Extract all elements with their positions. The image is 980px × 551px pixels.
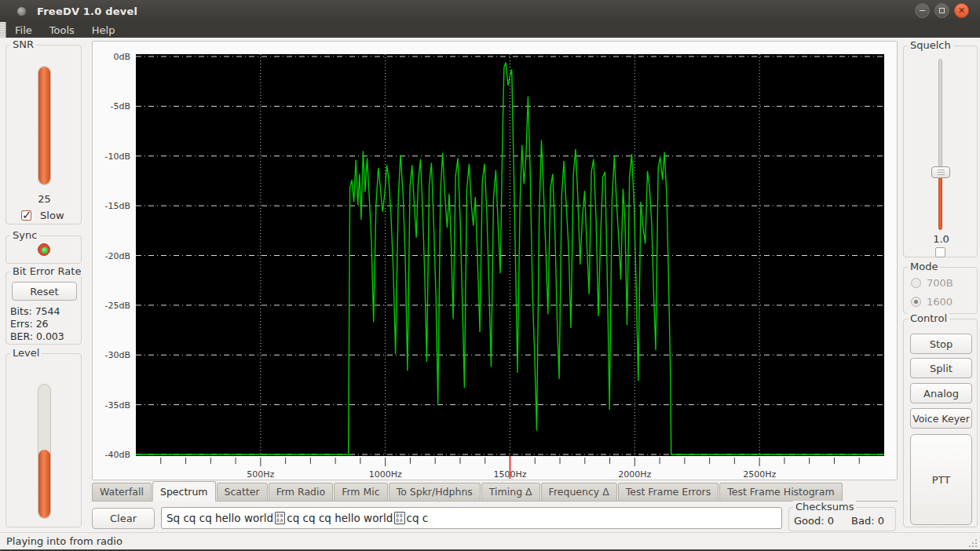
snr-gauge: [38, 66, 51, 185]
checksums-label: Checksums: [793, 501, 856, 513]
tab-test-frame-histogram[interactable]: Test Frame Histogram: [719, 483, 842, 501]
window-title: FreeDV 1.0 devel: [37, 5, 137, 17]
tab-frm-radio[interactable]: Frm Radio: [269, 483, 333, 501]
status-bar: Playing into from radio: [0, 532, 980, 549]
rx-text-field[interactable]: Sq cq cq hello world000Acq cq cq hello w…: [161, 507, 782, 529]
squelch-track-lower: [938, 177, 942, 230]
svg-text:-20dB: -20dB: [105, 251, 131, 261]
squelch-track-upper: [938, 59, 942, 172]
spectrum-plot[interactable]: 0dB-5dB-10dB-15dB-20dB-25dB-30dB-35dB-40…: [93, 42, 897, 480]
checksums-group: Checksums Good: 0 Bad: 0: [788, 507, 896, 531]
app-icon: [17, 7, 26, 16]
reset-button[interactable]: Reset: [12, 282, 77, 301]
tab-spectrum[interactable]: Spectrum: [152, 481, 216, 502]
radio-1600-icon: [911, 297, 921, 307]
rx-text-part-2: cq cq cq hello world: [287, 512, 393, 524]
svg-text:-30dB: -30dB: [105, 350, 131, 360]
spectrum-plot-panel: 0dB-5dB-10dB-15dB-20dB-25dB-30dB-35dB-40…: [92, 41, 898, 480]
bit-error-rate-group: Bit Error Rate Reset Bits: 7544 Errs: 26…: [5, 272, 82, 345]
control-label: Control: [908, 312, 949, 324]
sync-led-indicator: [38, 243, 50, 256]
radio-1600[interactable]: 1600: [911, 294, 953, 308]
tab-scatter[interactable]: Scatter: [217, 483, 268, 501]
menu-help[interactable]: Help: [83, 23, 124, 38]
level-group: Level: [5, 353, 82, 527]
split-button[interactable]: Split: [910, 358, 972, 378]
sync-label: Sync: [10, 229, 39, 241]
svg-text:-40dB: -40dB: [105, 450, 131, 460]
tab-waterfall[interactable]: Waterfall: [92, 483, 152, 501]
analog-button[interactable]: Analog: [910, 383, 972, 403]
svg-text:-35dB: -35dB: [105, 400, 131, 411]
squelch-value: 1.0: [904, 233, 978, 245]
rx-text-part-3: cq c: [407, 512, 429, 524]
ber-stats: Bits: 7544 Errs: 26 BER: 0.003: [10, 305, 64, 343]
mode-label: Mode: [908, 261, 940, 272]
ber-bits: Bits: 7544: [10, 305, 64, 318]
control-char-linefeed-icon: 000A: [275, 512, 285, 524]
level-label: Level: [10, 347, 42, 359]
svg-text:-25dB: -25dB: [105, 301, 131, 311]
svg-text:2500Hz: 2500Hz: [743, 469, 776, 480]
level-gauge-fill: [38, 450, 50, 518]
plot-tab-bar: Waterfall Spectrum Scatter Frm Radio Frm…: [92, 482, 898, 502]
snr-label: SNR: [10, 38, 36, 50]
minimize-button[interactable]: −: [915, 3, 930, 18]
snr-slow-row: Slow: [21, 207, 64, 222]
clear-button[interactable]: Clear: [92, 508, 155, 529]
ptt-button[interactable]: PTT: [910, 434, 972, 525]
snr-group: SNR 25 Slow: [5, 45, 82, 224]
tab-timing-delta[interactable]: Timing Δ: [481, 483, 540, 501]
resize-grip[interactable]: [966, 536, 977, 547]
bit-error-rate-label: Bit Error Rate: [10, 265, 83, 277]
svg-text:500Hz: 500Hz: [247, 469, 274, 480]
checksums-bad: Bad: 0: [851, 515, 884, 527]
ber-value: BER: 0.003: [10, 330, 64, 343]
control-group: Control Stop Split Analog Voice Keyer PT…: [903, 319, 978, 527]
rx-text-part-1: Sq cq cq hello world: [166, 512, 273, 524]
level-gauge: [38, 384, 51, 519]
close-button[interactable]: ✕: [954, 3, 969, 18]
sync-group: Sync: [5, 235, 82, 264]
slow-checkbox[interactable]: [21, 210, 31, 221]
title-bar: FreeDV 1.0 devel − ✕: [0, 0, 980, 22]
svg-text:-15dB: -15dB: [105, 201, 131, 211]
menu-file[interactable]: File: [6, 23, 41, 38]
voice-keyer-button[interactable]: Voice Keyer: [910, 408, 972, 429]
svg-text:2000Hz: 2000Hz: [618, 469, 651, 480]
snr-value: 25: [6, 193, 82, 205]
tab-test-frame-errors[interactable]: Test Frame Errors: [618, 483, 719, 501]
radio-700B[interactable]: 700B: [911, 275, 953, 290]
svg-text:-10dB: -10dB: [105, 151, 131, 162]
tab-frequency-delta[interactable]: Frequency Δ: [541, 483, 617, 501]
mode-group: Mode 700B 1600: [903, 267, 978, 314]
squelch-slider-handle[interactable]: [931, 166, 950, 178]
slow-checkbox-label: Slow: [40, 210, 64, 221]
squelch-checkbox[interactable]: [935, 247, 945, 257]
menu-tools[interactable]: Tools: [41, 23, 83, 38]
squelch-label: Squelch: [908, 39, 953, 51]
svg-text:1000Hz: 1000Hz: [369, 469, 402, 480]
tab-frm-mic[interactable]: Frm Mic: [334, 483, 387, 501]
radio-700B-icon: [911, 278, 921, 288]
control-char-linefeed-icon: 000A: [394, 512, 404, 524]
snr-gauge-fill: [38, 67, 50, 184]
menu-grip[interactable]: [0, 22, 6, 38]
maximize-button[interactable]: [934, 3, 949, 18]
maximize-icon: [939, 8, 945, 13]
menu-bar: File Tools Help: [0, 22, 980, 38]
squelch-group: Squelch 1.0: [903, 46, 978, 257]
status-text: Playing into from radio: [6, 535, 122, 547]
stop-button[interactable]: Stop: [910, 334, 972, 354]
svg-text:-5dB: -5dB: [111, 101, 131, 111]
checksums-good: Good: 0: [794, 515, 834, 527]
ber-errs: Errs: 26: [10, 318, 64, 330]
svg-text:0dB: 0dB: [113, 52, 130, 62]
tab-to-spkr-hdphns[interactable]: To Spkr/Hdphns: [389, 483, 481, 501]
squelch-slider[interactable]: [904, 59, 978, 230]
